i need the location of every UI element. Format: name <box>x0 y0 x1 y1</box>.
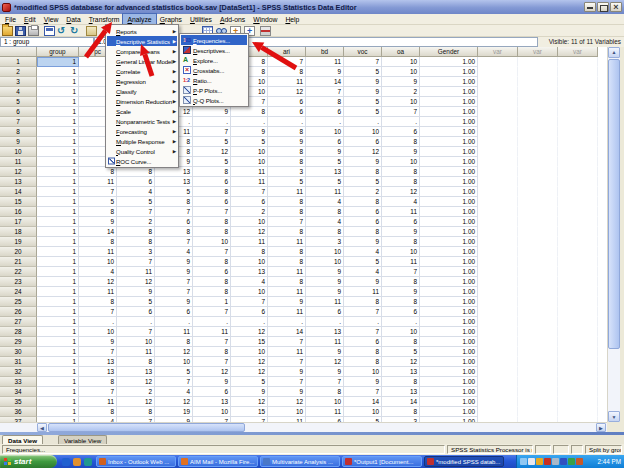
grid-cell-empty[interactable] <box>518 247 558 257</box>
grid-cell[interactable]: 6 <box>306 107 344 117</box>
grid-cell[interactable]: 11 <box>231 167 268 177</box>
grid-cell-empty[interactable] <box>478 77 518 87</box>
grid-cell[interactable]: 6 <box>382 127 420 137</box>
grid-cell[interactable]: 1.00 <box>420 227 478 237</box>
grid-cell-empty[interactable] <box>558 317 598 327</box>
submenu-item-p-p-plots[interactable]: P-P Plots... <box>181 85 247 95</box>
grid-cell-empty[interactable] <box>478 107 518 117</box>
grid-cell[interactable]: 12 <box>231 367 268 377</box>
quick-launch-icon[interactable] <box>84 458 92 466</box>
grid-cell[interactable]: . <box>306 317 344 327</box>
column-header-group[interactable]: group <box>37 47 79 57</box>
grid-cell-empty[interactable] <box>518 337 558 347</box>
grid-cell[interactable]: 1.00 <box>420 357 478 367</box>
grid-cell-empty[interactable] <box>478 407 518 417</box>
vertical-scroll-thumb[interactable] <box>608 59 620 349</box>
grid-cell[interactable]: 6 <box>306 307 344 317</box>
grid-cell[interactable]: 7 <box>79 347 117 357</box>
row-number[interactable]: 31 <box>0 357 37 367</box>
grid-cell[interactable]: 1 <box>37 207 79 217</box>
grid-cell[interactable]: 19 <box>155 407 193 417</box>
tray-icon[interactable] <box>552 458 559 465</box>
grid-cell[interactable]: 5 <box>79 197 117 207</box>
tray-icon[interactable] <box>560 458 567 465</box>
grid-cell[interactable]: 9 <box>193 377 231 387</box>
grid-cell[interactable]: 8 <box>382 167 420 177</box>
grid-cell-empty[interactable] <box>558 377 598 387</box>
grid-cell[interactable]: 8 <box>117 237 155 247</box>
grid-cell[interactable]: 10 <box>155 357 193 367</box>
grid-cell[interactable]: 9 <box>306 347 344 357</box>
grid-cell-empty[interactable] <box>518 197 558 207</box>
grid-cell-empty[interactable] <box>478 87 518 97</box>
grid-cell[interactable]: 13 <box>382 367 420 377</box>
grid-cell-empty[interactable] <box>558 207 598 217</box>
grid-cell[interactable]: 9 <box>268 387 306 397</box>
grid-cell[interactable]: 8 <box>268 67 306 77</box>
grid-cell[interactable]: 5 <box>117 297 155 307</box>
grid-cell[interactable]: 4 <box>382 197 420 207</box>
grid-cell[interactable]: 11 <box>306 187 344 197</box>
grid-cell[interactable]: 12 <box>117 397 155 407</box>
grid-cell-empty[interactable] <box>478 267 518 277</box>
taskbar-button-multivariate-analysis[interactable]: Multivariate Analysis ... <box>260 456 340 467</box>
grid-cell-empty[interactable] <box>558 167 598 177</box>
grid-cell[interactable]: 8 <box>382 337 420 347</box>
grid-cell[interactable]: 10 <box>79 327 117 337</box>
grid-cell[interactable]: 12 <box>231 397 268 407</box>
grid-cell-empty[interactable] <box>558 307 598 317</box>
column-header-oa[interactable]: oa <box>382 47 420 57</box>
grid-cell-empty[interactable] <box>558 217 598 227</box>
grid-cell[interactable]: 6 <box>117 307 155 317</box>
grid-cell[interactable]: 9 <box>306 67 344 77</box>
grid-cell-empty[interactable] <box>478 367 518 377</box>
column-header-var[interactable]: var <box>478 47 518 57</box>
grid-cell[interactable]: 10 <box>117 337 155 347</box>
grid-cell[interactable]: 1 <box>37 287 79 297</box>
grid-cell[interactable]: 8 <box>193 287 231 297</box>
grid-cell[interactable]: 6 <box>306 137 344 147</box>
grid-cell[interactable]: 13 <box>231 267 268 277</box>
recall-dialog-icon[interactable] <box>44 26 55 36</box>
grid-cell[interactable]: 1.00 <box>420 257 478 267</box>
grid-cell[interactable]: 1 <box>37 317 79 327</box>
grid-cell[interactable]: 8 <box>382 377 420 387</box>
grid-cell[interactable]: 12 <box>79 277 117 287</box>
grid-cell-empty[interactable] <box>478 237 518 247</box>
grid-cell[interactable]: 10 <box>231 217 268 227</box>
grid-cell[interactable]: 9 <box>79 217 117 227</box>
tray-icon[interactable] <box>568 458 575 465</box>
grid-cell[interactable]: 12 <box>193 367 231 377</box>
grid-cell[interactable]: 8 <box>79 297 117 307</box>
grid-cell[interactable]: 14 <box>306 77 344 87</box>
grid-cell[interactable]: 1.00 <box>420 317 478 327</box>
grid-cell[interactable]: 11 <box>79 287 117 297</box>
grid-cell[interactable]: 1 <box>37 67 79 77</box>
grid-cell[interactable]: 1.00 <box>420 407 478 417</box>
grid-cell[interactable]: 1.00 <box>420 377 478 387</box>
grid-cell[interactable]: 11 <box>117 347 155 357</box>
grid-cell[interactable]: 2 <box>117 387 155 397</box>
grid-cell[interactable]: 8 <box>79 377 117 387</box>
row-number[interactable]: 10 <box>0 147 37 157</box>
grid-cell-empty[interactable] <box>518 177 558 187</box>
value-labels-icon[interactable] <box>86 26 97 36</box>
grid-cell[interactable]: 11 <box>382 207 420 217</box>
grid-cell[interactable]: 14 <box>268 327 306 337</box>
grid-cell[interactable]: 9 <box>155 257 193 267</box>
grid-cell[interactable]: 10 <box>382 247 420 257</box>
split-file-icon[interactable] <box>260 26 271 36</box>
grid-cell[interactable]: 7 <box>155 377 193 387</box>
grid-cell-empty[interactable] <box>478 147 518 157</box>
menu-item-regression[interactable]: Regression▶ <box>107 76 177 86</box>
grid-cell[interactable]: 11 <box>268 267 306 277</box>
grid-cell[interactable]: 1.00 <box>420 347 478 357</box>
grid-cell[interactable]: 9 <box>231 387 268 397</box>
grid-cell[interactable]: 1.00 <box>420 167 478 177</box>
grid-cell[interactable]: 7 <box>268 217 306 227</box>
grid-cell[interactable]: 1 <box>37 407 79 417</box>
row-number[interactable]: 26 <box>0 307 37 317</box>
grid-cell[interactable]: 11 <box>306 407 344 417</box>
start-button[interactable]: start <box>0 455 57 468</box>
grid-cell[interactable]: 10 <box>306 247 344 257</box>
